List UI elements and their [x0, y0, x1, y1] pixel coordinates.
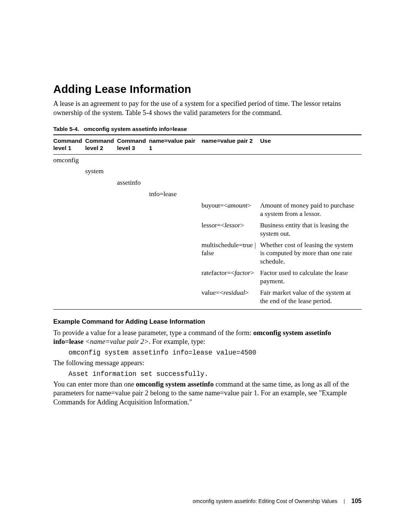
table-caption-text: omconfig system assetinfo info=lease: [84, 126, 187, 132]
example-p1: To provide a value for a lease parameter…: [53, 329, 362, 347]
example-p3-a: You can enter more than one: [53, 380, 136, 388]
th-cmd2-a: Command: [85, 137, 114, 144]
section-heading: Adding Lease Information: [53, 83, 362, 96]
th-cmd1-a: Command: [53, 137, 82, 144]
table-row: ratefactor=<factor> Factor used to calcu…: [53, 267, 362, 287]
intro-text-b: shows the valid parameters for the comma…: [152, 109, 282, 117]
pair-arg: lessor: [225, 221, 241, 229]
example-p3-bold: omconfig system assetinfo: [136, 380, 214, 388]
table-caption: Table 5-4.omconfig system assetinfo info…: [53, 126, 362, 132]
table-header-row: Commandlevel 1 Commandlevel 2 Commandlev…: [53, 135, 362, 154]
pair-text: >: [241, 221, 244, 229]
table-caption-label: Table 5-4.: [53, 126, 79, 132]
cell-nvp2: value=<residual>: [201, 287, 260, 309]
page-footer: omconfig system assetinfo: Editing Cost …: [193, 498, 362, 505]
cell-use: Whether cost of leasing the system is co…: [260, 240, 362, 268]
th-cmd3: Commandlevel 3: [117, 135, 149, 154]
cell-use: Fair market value of the system at the e…: [260, 287, 362, 309]
th-cmd2-b: level 2: [85, 145, 103, 151]
example-p1-italic: <name=value pair 2>: [85, 338, 149, 345]
pair-text: buyout=<: [201, 201, 227, 209]
cell-nvp1: info=lease: [149, 189, 201, 200]
pair-text: >: [245, 289, 249, 296]
footer-separator: [344, 499, 344, 504]
code-block-1: omconfig system assetinfo info=lease val…: [68, 349, 362, 356]
th-cmd2: Commandlevel 2: [85, 135, 117, 154]
pair-text: value=<: [201, 289, 223, 296]
page: Adding Lease Information A lease is an a…: [0, 0, 411, 532]
cell-use: Amount of money paid to purchase a syste…: [260, 200, 362, 220]
example-p1-c: . For example, type:: [149, 338, 205, 345]
pair-text: >: [247, 201, 251, 209]
example-p3: You can enter more than one omconfig sys…: [53, 380, 362, 407]
example-p2: The following message appears:: [53, 359, 362, 368]
th-nvp1: name=value pair 1: [149, 135, 201, 154]
th-use: Use: [260, 135, 362, 154]
pair-text: ratefactor=<: [201, 269, 234, 276]
cell-nvp2: ratefactor=<factor>: [201, 267, 260, 287]
code-block-2: Asset information set successfully.: [68, 370, 362, 378]
footer-text: omconfig system assetinfo: Editing Cost …: [193, 498, 337, 504]
th-cmd3-a: Command: [117, 137, 146, 144]
table-row: omconfig: [53, 154, 362, 166]
cell-cmd2: system: [85, 166, 117, 177]
th-cmd1: Commandlevel 1: [53, 135, 85, 154]
cell-nvp2: lessor=<lessor>: [201, 220, 260, 240]
th-cmd3-b: level 3: [117, 145, 135, 151]
pair-arg: amount: [228, 201, 248, 209]
th-cmd1-b: level 1: [53, 145, 71, 151]
cell-cmd1: omconfig: [53, 154, 85, 166]
page-number: 105: [351, 498, 362, 504]
table-row: system: [53, 166, 362, 177]
pair-text: lessor=<: [201, 221, 225, 229]
table-row: multischedule=true | false Whether cost …: [53, 240, 362, 268]
intro-table-ref: Table 5-4: [125, 109, 152, 117]
table-row: lessor=<lessor> Business entity that is …: [53, 220, 362, 240]
table-row: assetinfo: [53, 177, 362, 189]
cell-use: Factor used to calculate the lease payme…: [260, 267, 362, 287]
table-row: info=lease: [53, 189, 362, 200]
intro-paragraph: A lease is an agreement to pay for the u…: [53, 99, 362, 117]
th-nvp2: name=value pair 2: [201, 135, 260, 154]
table-row: buyout=<amount> Amount of money paid to …: [53, 200, 362, 220]
pair-text: >: [250, 269, 254, 276]
cell-nvp2: multischedule=true | false: [201, 240, 260, 268]
pair-arg: residual: [223, 289, 245, 296]
table-row: value=<residual> Fair market value of th…: [53, 287, 362, 309]
cell-nvp2: buyout=<amount>: [201, 200, 260, 220]
example-heading: Example Command for Adding Lease Informa…: [53, 318, 362, 326]
cell-use: Business entity that is leasing the syst…: [260, 220, 362, 240]
cell-cmd3: assetinfo: [117, 177, 149, 189]
example-p1-a: To provide a value for a lease parameter…: [53, 329, 253, 337]
pair-arg: factor: [234, 269, 250, 276]
params-table: Commandlevel 1 Commandlevel 2 Commandlev…: [53, 134, 362, 309]
